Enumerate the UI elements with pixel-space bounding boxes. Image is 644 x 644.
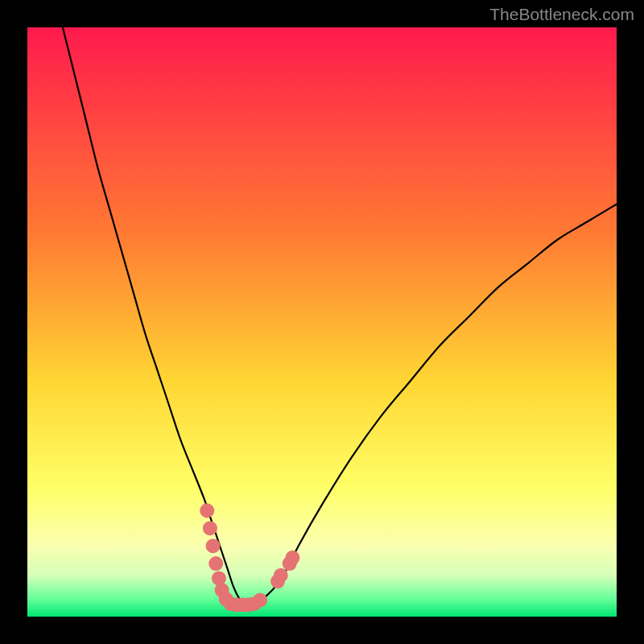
highlight-dot (203, 521, 217, 535)
highlight-dot (208, 556, 223, 571)
highlight-dot (274, 568, 288, 583)
chart-container: TheBottleneck.com (0, 0, 644, 644)
gradient-background (27, 27, 617, 617)
highlight-dot (206, 539, 221, 553)
highlight-dot (200, 503, 214, 518)
highlight-dot (285, 551, 299, 565)
chart-svg (27, 27, 617, 617)
highlight-dot (253, 593, 267, 608)
watermark-text: TheBottleneck.com (489, 5, 634, 24)
plot-area (27, 27, 617, 617)
